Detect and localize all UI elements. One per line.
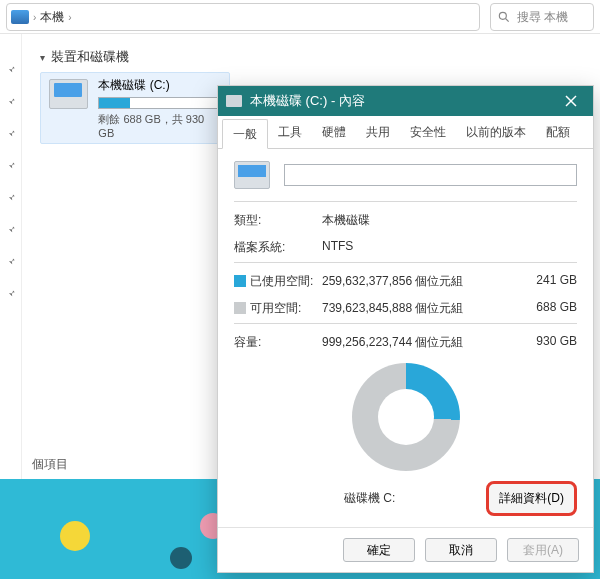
disk-large-icon <box>234 161 270 189</box>
dialog-body: 類型: 本機磁碟 檔案系統: NTFS 已使用空間: 259,632,377,8… <box>218 149 593 527</box>
used-bytes: 259,632,377,856 個位元組 <box>322 273 528 290</box>
used-swatch <box>234 275 246 287</box>
details-button[interactable]: 詳細資料(D) <box>486 481 577 516</box>
tab-hardware[interactable]: 硬體 <box>312 118 356 148</box>
tab-quota[interactable]: 配額 <box>536 118 580 148</box>
pin-icon <box>6 288 16 298</box>
free-swatch <box>234 302 246 314</box>
drive-item[interactable]: 本機磁碟 (C:) 剩餘 688 GB，共 930 GB <box>40 72 230 144</box>
breadcrumb-root[interactable]: 本機 <box>40 9 64 26</box>
search-input[interactable]: 搜尋 本機 <box>490 3 594 31</box>
tab-sharing[interactable]: 共用 <box>356 118 400 148</box>
svg-line-1 <box>506 19 509 22</box>
dialog-buttons: 確定 取消 套用(A) <box>218 527 593 572</box>
type-value: 本機磁碟 <box>322 212 569 229</box>
free-label: 可用空間: <box>250 301 301 315</box>
pin-icon <box>6 64 16 74</box>
chevron-down-icon: ▾ <box>40 52 45 63</box>
drive-letter-label: 磁碟機 C: <box>344 490 395 507</box>
cancel-button[interactable]: 取消 <box>425 538 497 562</box>
tab-tools[interactable]: 工具 <box>268 118 312 148</box>
chevron-right-icon: › <box>68 12 71 23</box>
free-bytes: 739,623,845,888 個位元組 <box>322 300 528 317</box>
dialog-title: 本機磁碟 (C:) - 內容 <box>250 92 365 110</box>
tab-security[interactable]: 安全性 <box>400 118 456 148</box>
chevron-right-icon: › <box>33 12 36 23</box>
cap-label: 容量: <box>234 334 314 351</box>
section-header[interactable]: ▾ 裝置和磁碟機 <box>40 48 582 66</box>
pin-icon <box>6 96 16 106</box>
status-items: 個項目 <box>32 456 68 473</box>
drive-icon <box>49 79 88 109</box>
close-button[interactable] <box>557 86 585 116</box>
search-icon <box>497 10 511 24</box>
pin-icon <box>6 128 16 138</box>
donut-chart <box>352 363 460 471</box>
pin-icon <box>6 160 16 170</box>
tabs: 一般 工具 硬體 共用 安全性 以前的版本 配額 <box>218 116 593 149</box>
usage-bar <box>98 97 218 109</box>
cap-bytes: 999,256,223,744 個位元組 <box>322 334 528 351</box>
fs-label: 檔案系統: <box>234 239 314 256</box>
tab-general[interactable]: 一般 <box>222 119 268 149</box>
ok-button[interactable]: 確定 <box>343 538 415 562</box>
pin-icon <box>6 256 16 266</box>
used-label: 已使用空間: <box>250 274 313 288</box>
usage-donut <box>234 357 577 473</box>
tab-prevver[interactable]: 以前的版本 <box>456 118 536 148</box>
svg-point-0 <box>499 12 506 19</box>
close-icon <box>565 95 577 107</box>
type-label: 類型: <box>234 212 314 229</box>
address-bar: › 本機 › 搜尋 本機 <box>0 0 600 34</box>
drive-subtext: 剩餘 688 GB，共 930 GB <box>98 112 221 139</box>
breadcrumb[interactable]: › 本機 › <box>6 3 480 31</box>
pc-icon <box>11 10 29 24</box>
cap-gb: 930 GB <box>536 334 577 351</box>
section-title: 裝置和磁碟機 <box>51 48 129 66</box>
search-placeholder: 搜尋 本機 <box>517 9 568 26</box>
properties-dialog: 本機磁碟 (C:) - 內容 一般 工具 硬體 共用 安全性 以前的版本 配額 … <box>217 85 594 573</box>
pin-icon <box>6 224 16 234</box>
drive-name: 本機磁碟 (C:) <box>98 77 221 94</box>
free-gb: 688 GB <box>536 300 577 317</box>
titlebar[interactable]: 本機磁碟 (C:) - 內容 <box>218 86 593 116</box>
disk-icon <box>226 95 242 107</box>
used-gb: 241 GB <box>536 273 577 290</box>
apply-button[interactable]: 套用(A) <box>507 538 579 562</box>
pin-icon <box>6 192 16 202</box>
fs-value: NTFS <box>322 239 569 256</box>
volume-name-input[interactable] <box>284 164 577 186</box>
